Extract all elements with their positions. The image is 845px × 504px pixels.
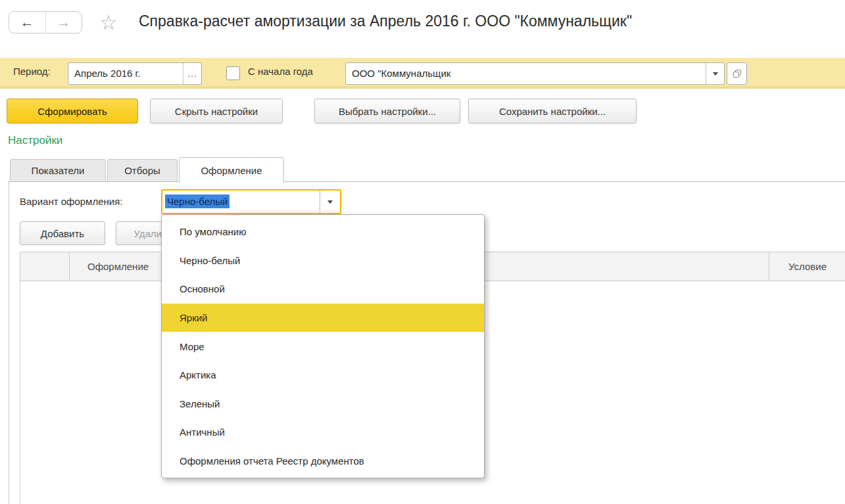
open-list-icon <box>732 68 742 79</box>
column-header-format[interactable]: Оформление <box>87 261 149 272</box>
settings-heading: Настройки <box>8 134 62 147</box>
variant-label: Вариант оформления: <box>20 196 122 207</box>
tab-filters[interactable]: Отборы <box>107 159 178 181</box>
back-button[interactable]: ← <box>9 12 46 33</box>
organization-combobox[interactable]: ООО "Коммунальщик <box>345 62 725 85</box>
history-nav-group: ← → <box>9 11 82 34</box>
from-year-start-checkbox[interactable] <box>226 66 240 80</box>
dropdown-item[interactable]: Черно-белый <box>162 246 484 275</box>
period-picker-button[interactable]: ... <box>183 63 201 84</box>
choose-settings-button[interactable]: Выбрать настройки... <box>314 99 460 124</box>
report-window: ← → ☆ Справка-расчет амортизации за Апре… <box>0 0 845 504</box>
dropdown-item[interactable]: Оформления отчета Реестр документов <box>162 447 484 476</box>
tab-indicators[interactable]: Показатели <box>10 159 106 181</box>
forward-button[interactable]: → <box>46 12 82 33</box>
tab-strip-divider <box>9 181 845 182</box>
panel-border <box>9 181 9 504</box>
chevron-down-icon <box>327 200 333 204</box>
variant-selected-text[interactable]: Черно-белый <box>165 195 229 208</box>
favorite-star-icon[interactable]: ☆ <box>99 12 118 34</box>
page-title: Справка-расчет амортизации за Апрель 201… <box>139 12 632 30</box>
column-header-condition[interactable]: Условие <box>769 261 845 272</box>
generate-button[interactable]: Сформировать <box>7 99 138 124</box>
save-settings-button[interactable]: Сохранить настройки... <box>468 99 637 124</box>
organization-dropdown-button[interactable] <box>706 63 724 84</box>
from-year-start-label[interactable]: С начала года <box>248 66 313 77</box>
tab-appearance[interactable]: Оформление <box>179 157 284 183</box>
hide-settings-button[interactable]: Скрыть настройки <box>150 99 283 124</box>
add-button[interactable]: Добавить <box>20 221 105 245</box>
period-bar: Период: Апрель 2016 г. ... С начала года… <box>0 58 845 89</box>
dropdown-item[interactable]: По умолчанию <box>162 218 484 246</box>
organization-value[interactable]: ООО "Коммунальщик <box>346 63 706 84</box>
dropdown-item[interactable]: Основной <box>162 275 484 304</box>
organization-choose-button[interactable] <box>727 62 747 85</box>
dropdown-item[interactable]: Зеленый <box>162 390 484 419</box>
variant-dropdown-button[interactable] <box>320 191 340 213</box>
table-border <box>20 281 20 504</box>
variant-combobox[interactable]: Черно-белый <box>161 189 341 214</box>
variant-dropdown-list: По умолчанию Черно-белый Основной Яркий … <box>161 214 485 478</box>
dropdown-item[interactable]: Арктика <box>162 361 484 390</box>
period-value[interactable]: Апрель 2016 г. <box>68 63 183 84</box>
dropdown-item[interactable]: Море <box>162 332 484 361</box>
dropdown-item-highlighted[interactable]: Яркий <box>162 304 484 332</box>
column-divider <box>69 252 70 281</box>
chevron-down-icon <box>713 72 718 76</box>
period-label: Период: <box>13 66 51 77</box>
dropdown-item[interactable]: Античный <box>162 418 484 447</box>
period-input[interactable]: Апрель 2016 г. ... <box>68 62 202 85</box>
